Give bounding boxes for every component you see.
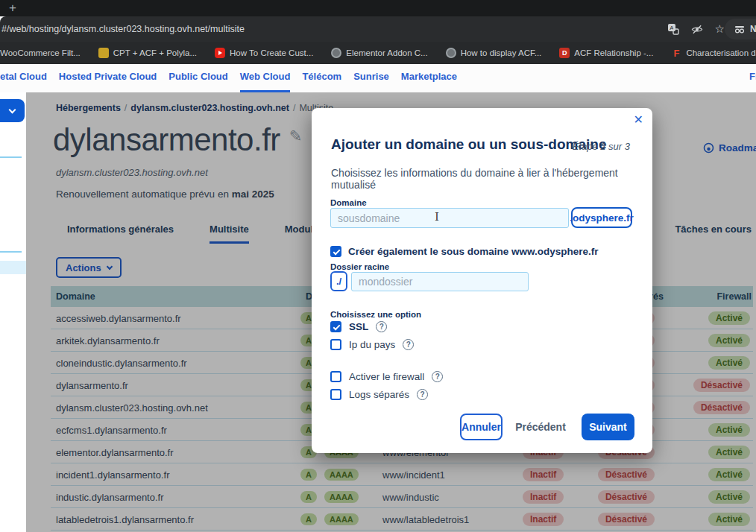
- option-logs-séparés[interactable]: Logs séparés?: [330, 389, 443, 400]
- nav-item[interactable]: Marketplace: [401, 64, 457, 92]
- folder-prefix-box: ./: [330, 271, 347, 291]
- browser-url-bar[interactable]: #/web/hosting/dylansm.cluster023.hosting…: [0, 16, 756, 42]
- previous-button[interactable]: Précédent: [514, 414, 567, 440]
- url-text[interactable]: #/web/hosting/dylansm.cluster023.hosting…: [1, 16, 245, 42]
- next-button[interactable]: Suivant: [582, 414, 634, 440]
- close-icon[interactable]: ✕: [634, 113, 643, 127]
- folder-field-label: Dossier racine: [330, 262, 389, 271]
- create-www-label: Créer également le sous domaine www.odys…: [348, 246, 599, 257]
- option-ssl[interactable]: SSL?: [330, 321, 443, 332]
- eye-off-icon[interactable]: [691, 23, 703, 35]
- sidebar-toggle-button[interactable]: [0, 99, 25, 122]
- profile-chip[interactable]: Nav: [725, 19, 756, 39]
- gray-circle-favicon: [331, 48, 341, 58]
- youtube-favicon: [215, 48, 225, 58]
- bookmark-item[interactable]: FCharacterisation dat...: [671, 48, 756, 58]
- bookmark-label: How To Create Cust...: [230, 48, 313, 57]
- gold-doc-favicon: [98, 48, 109, 58]
- left-sidebar: [0, 92, 26, 532]
- domain-field-label: Domaine: [330, 198, 367, 207]
- modal-title: Ajouter un domaine ou un sous-domaine: [331, 136, 606, 153]
- help-icon[interactable]: ?: [417, 389, 428, 400]
- bookmark-star-icon[interactable]: ☆: [715, 23, 725, 35]
- bookmarks-bar: WooCommerce Filt...CPT + ACF + Polyla...…: [0, 42, 756, 64]
- sidebar-divider: [0, 251, 22, 253]
- nav-item[interactable]: Hosted Private Cloud: [59, 64, 157, 92]
- bookmark-label: ACF Relationship -...: [574, 48, 653, 57]
- bookmark-item[interactable]: CPT + ACF + Polyla...: [98, 48, 197, 58]
- checkbox-unchecked[interactable]: [330, 389, 341, 400]
- checkbox-unchecked[interactable]: [330, 339, 341, 350]
- add-domain-modal: ✕ Ajouter un domaine ou un sous-domaine …: [312, 108, 652, 453]
- options-label: Choisissez une option: [330, 310, 421, 319]
- bookmark-item[interactable]: DACF Relationship -...: [559, 48, 653, 58]
- chevron-down-icon: [9, 106, 16, 113]
- bookmark-label: Characterisation dat...: [686, 48, 756, 57]
- language-selector[interactable]: Fr: [749, 64, 756, 89]
- help-icon[interactable]: ?: [376, 321, 387, 332]
- option-label: Ip du pays: [349, 339, 395, 350]
- option-label: Activer le firewall: [349, 371, 424, 382]
- nav-item[interactable]: Web Cloud: [240, 64, 291, 92]
- nav-item[interactable]: Télécom: [302, 64, 341, 92]
- checkbox-checked[interactable]: [330, 246, 341, 257]
- nav-item[interactable]: etal Cloud: [0, 64, 47, 92]
- bookmark-label: How to display ACF...: [461, 48, 542, 57]
- nav-item[interactable]: Public Cloud: [168, 64, 227, 92]
- option-activer-le-firewall[interactable]: Activer le firewall?: [330, 371, 443, 382]
- option-ip-du-pays[interactable]: Ip du pays?: [330, 339, 443, 350]
- translate-icon[interactable]: A: [667, 23, 679, 35]
- help-icon[interactable]: ?: [403, 339, 414, 350]
- screen: + #/web/hosting/dylansm.cluster023.hosti…: [0, 0, 756, 532]
- checkbox-checked[interactable]: [330, 321, 341, 332]
- nav-item[interactable]: Sunrise: [353, 64, 389, 92]
- bookmark-item[interactable]: How to display ACF...: [446, 48, 542, 58]
- bookmark-label: Elementor Addon C...: [346, 48, 427, 57]
- subdomain-input[interactable]: [330, 208, 569, 228]
- domain-suffix-chip[interactable]: .odysphere.fr: [571, 207, 632, 228]
- bookmark-item[interactable]: Elementor Addon C...: [331, 48, 427, 58]
- bookmark-item[interactable]: WooCommerce Filt...: [0, 48, 81, 57]
- profile-label: Nav: [750, 24, 756, 34]
- incognito-icon: [734, 23, 746, 35]
- option-label: SSL: [349, 321, 368, 332]
- sidebar-highlight-item[interactable]: [0, 261, 26, 274]
- root-folder-input[interactable]: [351, 272, 529, 291]
- option-label: Logs séparés: [349, 389, 409, 400]
- bookmark-item[interactable]: How To Create Cust...: [215, 48, 313, 58]
- gray-circle-favicon: [446, 48, 456, 58]
- create-www-checkbox-row[interactable]: Créer également le sous domaine www.odys…: [330, 246, 599, 257]
- modal-subtitle: Choisissez les informations du domaine à…: [331, 167, 652, 191]
- bookmark-label: WooCommerce Filt...: [0, 48, 81, 57]
- ovh-top-nav: etal CloudHosted Private CloudPublic Clo…: [0, 64, 756, 92]
- sidebar-divider: [0, 156, 22, 158]
- browser-tab-strip: +: [0, 0, 756, 16]
- step-indicator: Étape 2 sur 3: [573, 141, 630, 152]
- red-f-favicon: F: [671, 48, 681, 58]
- help-icon[interactable]: ?: [432, 371, 443, 382]
- checkbox-unchecked[interactable]: [330, 371, 341, 382]
- cancel-button[interactable]: Annuler: [460, 414, 503, 440]
- new-tab-button[interactable]: +: [9, 0, 16, 16]
- bookmark-label: CPT + ACF + Polyla...: [113, 48, 197, 57]
- acf-red-favicon: D: [559, 48, 570, 58]
